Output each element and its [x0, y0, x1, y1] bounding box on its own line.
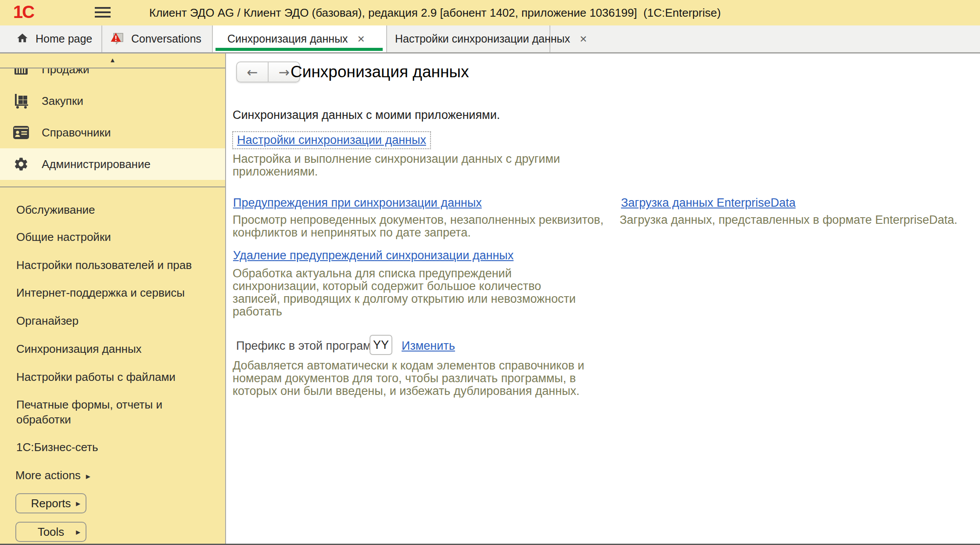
tools-button[interactable]: Tools ▸	[15, 522, 86, 542]
sync-settings-description: Настройка и выполнение синхронизации дан…	[233, 153, 560, 178]
prefix-label: Префикс в этой программе:	[236, 339, 389, 352]
conversations-alert-icon	[110, 31, 124, 47]
sidebar-item-general-settings[interactable]: Общие настройки	[16, 227, 111, 247]
reports-button[interactable]: Reports ▸	[15, 493, 86, 513]
link-sync-settings[interactable]: Настройки синхронизации данных	[237, 133, 426, 147]
focused-link-box: Настройки синхронизации данных	[232, 131, 431, 149]
triangle-right-icon: ▸	[76, 527, 80, 537]
arrow-left-icon: ←	[247, 65, 258, 80]
sidebar-item-data-sync[interactable]: Синхронизация данных	[16, 339, 142, 359]
prefix-input[interactable]	[370, 335, 392, 355]
sidebar-item-label: Закупки	[42, 94, 83, 108]
application-window: 1С Клиент ЭДО AG / Клиент ЭДО (базовая),…	[0, 0, 980, 545]
prefix-description: Добавляется автоматически к кодам элемен…	[233, 359, 584, 398]
change-prefix-link[interactable]: Изменить	[402, 339, 455, 353]
reports-label: Reports	[31, 497, 71, 510]
sidebar-item-internet-support[interactable]: Интернет-поддержка и сервисы	[16, 283, 185, 302]
sidebar-item-file-settings[interactable]: Настройки работы с файлами	[16, 367, 176, 387]
tab-label: Настройки синхронизации данных	[395, 32, 570, 45]
sidebar-item-organizer[interactable]: Органайзер	[16, 311, 79, 330]
enterprise-data-description: Загрузка данных, представленных в формат…	[620, 214, 958, 226]
sidebar: Продажи Закупки	[0, 54, 226, 545]
sync-warnings-description: Просмотр непроведенных документов, незап…	[233, 214, 603, 239]
triangle-right-icon: ▸	[76, 498, 80, 509]
more-actions-link[interactable]: More actions▸	[15, 466, 90, 485]
sidebar-item-user-rights-settings[interactable]: Настройки пользователей и прав	[16, 255, 192, 275]
sidebar-item-catalogs[interactable]: Справочники	[0, 117, 225, 148]
more-actions-label: More actions	[15, 469, 81, 482]
title-bar: 1С Клиент ЭДО AG / Клиент ЭДО (базовая),…	[0, 0, 980, 25]
home-icon	[16, 32, 29, 46]
purchases-cart-icon	[13, 93, 29, 109]
link-enterprise-data-load[interactable]: Загрузка данных EnterpriseData	[621, 196, 796, 210]
sidebar-scroll-up[interactable]: ▲	[0, 54, 225, 68]
arrow-right-icon: →	[278, 65, 289, 80]
link-delete-sync-warnings[interactable]: Удаление предупреждений синхронизации да…	[233, 249, 513, 262]
sidebar-item-print-forms[interactable]: Печатные формы, отчеты и обработки	[16, 397, 162, 429]
tab-bar: Home page Conversations Синхронизация да…	[0, 25, 980, 54]
sidebar-item-purchases[interactable]: Закупки	[0, 85, 225, 117]
tab-data-sync-active[interactable]: Синхронизация данных ×	[213, 25, 387, 52]
sidebar-item-administration[interactable]: Администрирование	[0, 148, 225, 180]
triangle-right-icon: ▸	[86, 471, 90, 481]
window-title: Клиент ЭДО AG / Клиент ЭДО (базовая), ре…	[149, 0, 721, 25]
close-icon[interactable]: ×	[580, 33, 587, 45]
main-content: ← → Синхронизация данных Синхронизация д…	[227, 54, 980, 545]
tab-label: Синхронизация данных	[227, 32, 348, 45]
1c-logo-icon: 1С	[13, 2, 34, 22]
sidebar-item-maintenance[interactable]: Обслуживание	[16, 200, 95, 219]
tab-data-sync-settings[interactable]: Настройки синхронизации данных ×	[387, 25, 550, 52]
sidebar-item-business-network[interactable]: 1С:Бизнес-сеть	[16, 437, 98, 457]
tab-label: Conversations	[131, 32, 201, 45]
tab-conversations[interactable]: Conversations	[102, 25, 213, 52]
close-icon[interactable]: ×	[358, 33, 365, 45]
sidebar-divider	[0, 186, 225, 187]
main-menu-hamburger-icon[interactable]	[95, 7, 111, 18]
page-title: Синхронизация данных	[291, 61, 469, 82]
sidebar-item-label: Администрирование	[42, 158, 151, 171]
delete-sync-warnings-description: Обработка актуальна для списка предупреж…	[233, 267, 576, 318]
contacts-card-icon	[13, 126, 29, 139]
gear-icon	[13, 156, 29, 172]
tools-label: Tools	[38, 525, 65, 539]
scroll-up-icon: ▲	[109, 56, 116, 64]
sidebar-item-label: Справочники	[42, 126, 111, 140]
intro-text: Синхронизация данных с моими приложениям…	[233, 108, 500, 122]
tab-label: Home page	[36, 32, 92, 45]
link-sync-warnings[interactable]: Предупреждения при синхронизации данных	[233, 196, 482, 210]
back-button[interactable]: ←	[236, 61, 269, 82]
tab-home-page[interactable]: Home page	[0, 25, 102, 52]
